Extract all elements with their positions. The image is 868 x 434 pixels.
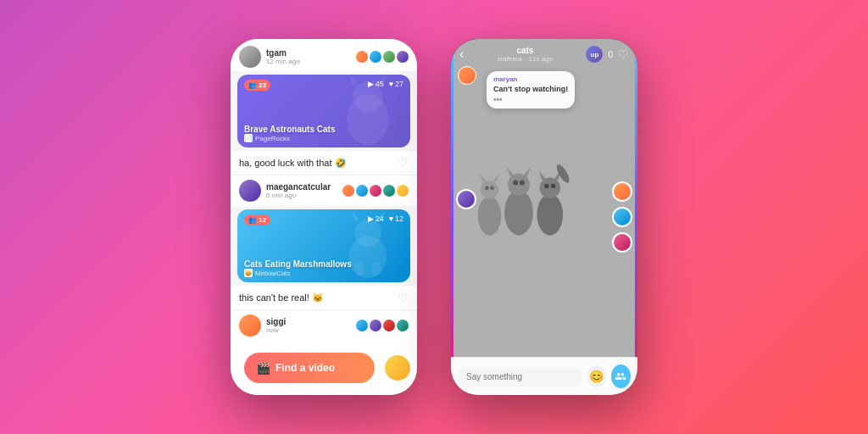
svg-point-21 [520, 181, 525, 186]
viewer-avatars [356, 51, 409, 63]
view-count: ▶ 45 [368, 80, 384, 88]
comment-bubble-text: Can't stop watching! [493, 85, 568, 93]
add-people-button[interactable] [611, 364, 631, 388]
comment-row-2: this can't be real! 🐱 ♡ [231, 286, 417, 309]
top-user-row: tgam 12 min ago [231, 39, 417, 71]
back-arrow-icon[interactable]: ‹ [459, 47, 464, 62]
phone-1-feed: tgam 12 min ago [231, 39, 417, 395]
svg-marker-24 [539, 170, 546, 181]
commenter-name-1: maegancatcular [266, 182, 337, 192]
viewer-mini [356, 185, 368, 197]
commenter-avatar-1 [239, 180, 261, 202]
followers-badge-2: 👥12 [244, 214, 270, 225]
channel-name: cats [469, 46, 581, 55]
comment-text-1: ha, good luck with that 🤣 [239, 158, 392, 169]
find-video-button[interactable]: 🎬 Find a video [244, 353, 375, 383]
viewer-mini [370, 185, 381, 197]
live-screen: ‹ cats staffreck · 11s ago up 0 ♡ maryan… [451, 39, 637, 395]
post-time: 12 min ago [266, 58, 351, 65]
viewer-avatar [356, 51, 368, 63]
svg-marker-13 [492, 174, 499, 182]
viewer-avatar [370, 51, 381, 63]
user-row-2: siggi now [231, 309, 417, 341]
source-icon-2: 🐱 [244, 269, 253, 277]
viewer-avatar [383, 51, 395, 63]
viewer-info: staffreck · 11s ago [469, 55, 581, 63]
live-channel-info: cats staffreck · 11s ago [469, 46, 581, 63]
live-comment-bubble: maryan Can't stop watching! ••• [487, 71, 575, 108]
comment-time-2: now [266, 326, 351, 334]
comment-text-2: this can't be real! 🐱 [239, 292, 392, 303]
svg-point-27 [551, 184, 555, 188]
commenter-viewers-1 [342, 185, 409, 197]
left-border [451, 39, 453, 395]
live-viewer-2 [612, 207, 632, 227]
svg-marker-18 [507, 167, 514, 177]
svg-point-10 [478, 197, 502, 236]
user-info: tgam 12 min ago [266, 48, 351, 65]
svg-point-23 [540, 177, 561, 198]
live-left-viewer-1 [456, 189, 476, 209]
svg-point-5 [354, 220, 381, 247]
add-people-icon [615, 370, 626, 382]
view-count-2: ▶ 24 [368, 214, 384, 223]
viewer-mini [342, 185, 354, 197]
video-title-2: Cats Eating Marshmallows [244, 259, 403, 269]
commenter-name-2: siggi [266, 317, 351, 326]
commenter-info-1: maegancatcular 6 min ago [266, 182, 337, 199]
live-viewer-1 [612, 181, 632, 202]
viewer-mini [397, 320, 409, 331]
viewer-mini [383, 185, 395, 197]
viewer-mini [383, 320, 395, 331]
live-viewer-3 [612, 232, 632, 253]
viewer-avatar [397, 51, 409, 63]
heart-icon-2[interactable]: ♡ [398, 291, 409, 304]
comment-dots: ••• [493, 95, 568, 104]
commenter-avatar-2 [239, 314, 261, 337]
video-card-info: Brave Astronauts Cats 📄 PageRocks [237, 120, 410, 147]
heart-live-icon[interactable]: ♡ [618, 47, 629, 61]
viewer-mini [370, 320, 381, 331]
right-border [635, 39, 637, 395]
avatar [239, 46, 261, 68]
svg-point-20 [513, 181, 518, 186]
svg-marker-19 [523, 167, 530, 177]
emoji-button[interactable]: 😊 [587, 365, 606, 387]
live-video-area: ‹ cats staffreck · 11s ago up 0 ♡ maryan… [451, 39, 637, 395]
comment-time-1: 6 min ago [266, 192, 337, 199]
video-card-1[interactable]: 👥23 ▶ 45 ♥ 27 Brave Astronauts Cats 📄 Pa… [237, 75, 410, 147]
video-title: Brave Astronauts Cats [244, 125, 403, 134]
svg-point-22 [537, 194, 563, 236]
bottom-avatar [385, 355, 410, 381]
svg-point-11 [481, 181, 498, 198]
like-count: ♥ 27 [389, 80, 403, 88]
svg-point-15 [490, 186, 494, 190]
svg-point-16 [504, 190, 533, 236]
svg-point-17 [508, 174, 530, 196]
svg-marker-6 [352, 212, 359, 222]
video-card-info-2: Cats Eating Marshmallows 🐱 MellowCats [237, 254, 410, 282]
commenter-viewers-2 [356, 320, 409, 331]
followers-badge: 👥23 [244, 80, 270, 91]
svg-marker-12 [480, 174, 487, 182]
live-count: 0 [608, 50, 613, 59]
svg-point-26 [544, 184, 548, 188]
viewer-mini [356, 320, 368, 331]
username: tgam [266, 48, 351, 58]
commenter-avatar-live [458, 66, 476, 85]
video-source-2: 🐱 MellowCats [244, 269, 403, 277]
live-bottom-bar: 😊 [451, 357, 637, 395]
commenter-live-pic [458, 66, 476, 85]
heart-icon-1[interactable]: ♡ [398, 156, 409, 170]
viewer-mini [397, 185, 409, 197]
svg-marker-2 [349, 75, 358, 86]
video-source: 📄 PageRocks [244, 134, 403, 142]
video-emoji: 🎬 [256, 361, 270, 375]
video-stats: ▶ 45 ♥ 27 [368, 80, 403, 88]
source-icon: 📄 [244, 134, 253, 142]
phone-2-live: ‹ cats staffreck · 11s ago up 0 ♡ maryan… [451, 39, 637, 395]
say-something-input[interactable] [458, 367, 582, 387]
user-row-1: maegancatcular 6 min ago [231, 175, 417, 206]
live-sidebar-avatars [612, 181, 632, 253]
video-card-2[interactable]: 👥12 ▶ 24 ♥ 12 Cats Eating Marshmallows 🐱… [237, 209, 410, 282]
